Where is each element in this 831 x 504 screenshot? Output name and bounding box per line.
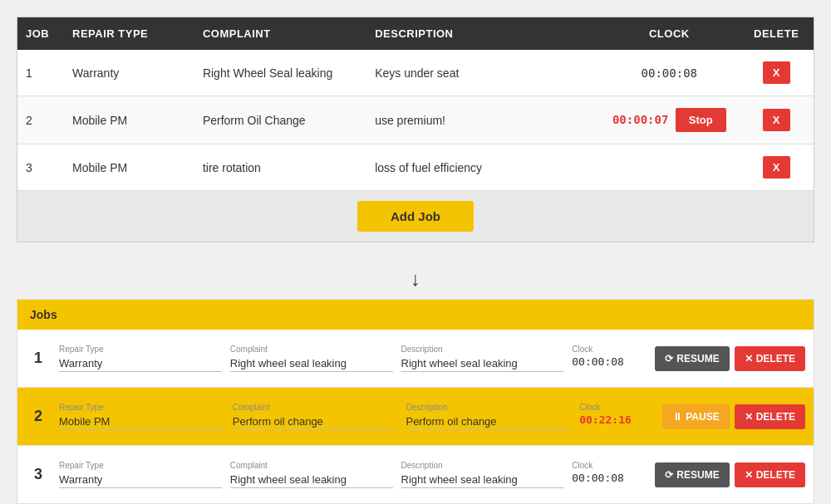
delete-button[interactable]: X <box>763 61 790 84</box>
description: use premium! <box>366 96 599 144</box>
repair-type: Mobile PM <box>64 144 194 191</box>
bottom-jobs-section: Jobs 1Repair TypeComplaintDescriptionClo… <box>17 299 814 504</box>
job-number: 3 <box>26 466 51 483</box>
delete-icon: ✕ <box>745 411 753 423</box>
header-repair-type: REPAIR TYPE <box>64 17 194 50</box>
header-description: DESCRIPTION <box>366 17 599 50</box>
delete-button[interactable]: X <box>763 109 790 131</box>
delete-cell: X <box>739 144 814 191</box>
repair-type-label: Repair Type <box>59 403 224 412</box>
delete-cell: X <box>739 96 814 144</box>
header-clock: CLOCK <box>599 17 739 50</box>
job-number: 1 <box>17 50 64 96</box>
repair-type-label: Repair Type <box>59 345 222 354</box>
delete-icon: ✕ <box>745 353 753 365</box>
repair-type-input[interactable] <box>59 355 222 372</box>
repair-type: Mobile PM <box>64 96 194 144</box>
delete-icon: ✕ <box>745 469 753 481</box>
complaint: Right Wheel Seal leaking <box>194 50 366 96</box>
delete-button[interactable]: X <box>763 156 790 179</box>
description: loss of fuel efficiency <box>366 144 599 191</box>
clock-label: Clock <box>572 461 647 470</box>
table-row: 3Mobile PMtire rotationloss of fuel effi… <box>17 144 814 191</box>
clock-label: Clock <box>572 345 647 354</box>
job-number: 2 <box>17 96 64 144</box>
description: Keys under seat <box>366 50 599 96</box>
job-row: 3Repair TypeComplaintDescriptionClock00:… <box>17 446 814 504</box>
description-input[interactable] <box>401 472 564 488</box>
resume-icon: ⟳ <box>665 353 673 365</box>
header-delete: DELETE <box>739 17 814 50</box>
resume-button[interactable]: ⟳ RESUME <box>655 462 729 487</box>
pause-button[interactable]: ⏸ PAUSE <box>662 404 729 429</box>
clock-label: Clock <box>579 403 654 412</box>
repair-type-input[interactable] <box>59 413 224 430</box>
table-row: 1WarrantyRight Wheel Seal leakingKeys un… <box>17 50 814 96</box>
delete-cell: X <box>739 50 814 96</box>
resume-button[interactable]: ⟳ RESUME <box>655 346 729 371</box>
add-job-row: Add Job <box>17 191 814 242</box>
clock-value: 00:22:16 <box>579 413 654 426</box>
repair-type-label: Repair Type <box>59 461 222 470</box>
table-row: 2Mobile PMPerform Oil Changeuse premium!… <box>17 96 814 144</box>
clock-value: 00:00:08 <box>572 355 647 368</box>
description-label: Description <box>401 461 564 470</box>
job-number: 3 <box>17 144 64 191</box>
complaint-input[interactable] <box>230 472 393 488</box>
complaint-input[interactable] <box>230 355 393 372</box>
complaint-label: Complaint <box>230 345 393 354</box>
delete-button[interactable]: ✕ DELETE <box>735 462 805 487</box>
complaint-input[interactable] <box>233 413 398 430</box>
clock-value: 00:00:08 <box>599 50 739 96</box>
description-label: Description <box>401 345 564 354</box>
clock-value: 00:00:08 <box>572 472 647 484</box>
complaint: tire rotation <box>194 144 366 191</box>
description-input[interactable] <box>406 413 571 430</box>
down-arrow: ↓ <box>411 267 420 291</box>
resume-icon: ⟳ <box>665 469 673 481</box>
delete-button[interactable]: ✕ DELETE <box>735 346 805 371</box>
repair-type-input[interactable] <box>59 472 222 488</box>
clock-value: 00:00:07 Stop <box>599 96 739 144</box>
top-jobs-table: JOB REPAIR TYPE COMPLAINT DESCRIPTION CL… <box>17 17 814 242</box>
complaint-label: Complaint <box>230 461 393 470</box>
complaint: Perform Oil Change <box>194 96 366 144</box>
header-job: JOB <box>17 17 64 50</box>
job-row: 1Repair TypeComplaintDescriptionClock00:… <box>17 330 814 388</box>
add-job-button[interactable]: Add Job <box>357 201 474 232</box>
bottom-header: Jobs <box>17 300 814 330</box>
description-label: Description <box>406 403 571 412</box>
pause-icon: ⏸ <box>672 411 682 423</box>
repair-type: Warranty <box>64 50 194 96</box>
clock-value <box>599 144 739 191</box>
job-number: 1 <box>26 350 51 367</box>
job-number: 2 <box>26 408 51 425</box>
stop-button[interactable]: Stop <box>676 108 726 132</box>
job-row: 2Repair TypeComplaintDescriptionClock00:… <box>17 388 814 446</box>
description-input[interactable] <box>401 355 564 372</box>
header-complaint: COMPLAINT <box>194 17 366 50</box>
complaint-label: Complaint <box>233 403 398 412</box>
delete-button[interactable]: ✕ DELETE <box>735 404 805 429</box>
